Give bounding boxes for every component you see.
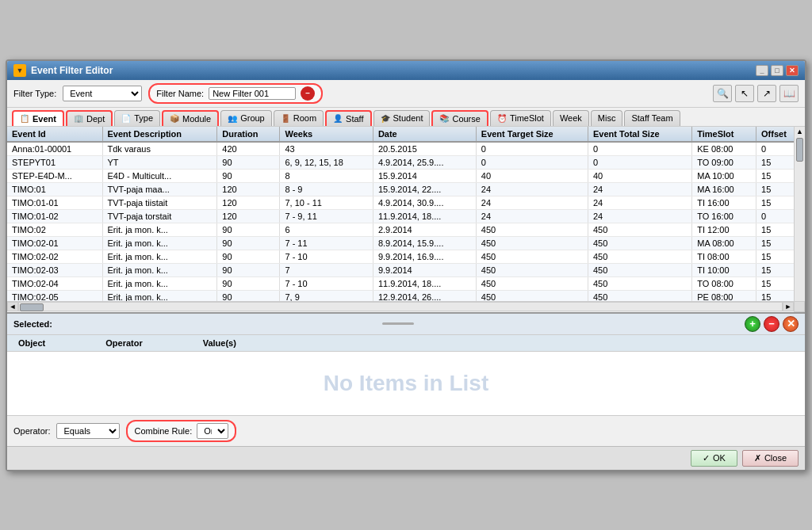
close-selected-button[interactable]: ✕ bbox=[783, 316, 799, 332]
table-row[interactable]: STEPYT01YT906, 9, 12, 15, 184.9.2014, 25… bbox=[7, 155, 805, 169]
col-target-size[interactable]: Event Target Size bbox=[476, 127, 588, 142]
remove-selected-button[interactable]: − bbox=[764, 316, 779, 332]
table-row[interactable]: TIMO:02Erit. ja mon. k...9062.9.20144504… bbox=[7, 223, 805, 236]
tab-staff[interactable]: 👤 Staff bbox=[325, 110, 371, 126]
close-button[interactable]: ✗ Close bbox=[742, 450, 799, 467]
add-filter-button[interactable]: + bbox=[745, 316, 760, 332]
cell-date: 15.9.2014, 22.... bbox=[373, 182, 476, 196]
col-weeks[interactable]: Weeks bbox=[280, 127, 373, 142]
cell-weeks: 43 bbox=[280, 142, 373, 156]
tab-group[interactable]: 👥 Group bbox=[220, 110, 272, 126]
cross-icon: ✗ bbox=[754, 453, 761, 463]
table-row[interactable]: TIMO:01-02TVT-paja torstait1207 - 9, 111… bbox=[7, 209, 805, 223]
selected-header: Selected: + − ✕ bbox=[7, 314, 805, 335]
table-row[interactable]: TIMO:02-03Erit. ja mon. k...9079.9.20144… bbox=[7, 263, 805, 276]
no-items-area: No Items in List bbox=[7, 352, 805, 415]
ok-button[interactable]: ✓ OK bbox=[691, 450, 737, 467]
cell-total_size: 24 bbox=[588, 182, 692, 196]
table-row[interactable]: TIMO:02-01Erit. ja mon. k...907 - 118.9.… bbox=[7, 236, 805, 250]
cell-target_size: 0 bbox=[476, 155, 588, 169]
filter-name-input[interactable] bbox=[209, 87, 296, 100]
cell-duration: 420 bbox=[217, 142, 280, 156]
selected-label: Selected: bbox=[13, 319, 52, 329]
table-row[interactable]: TIMO:02-05Erit. ja mon. k...907, 912.9.2… bbox=[7, 290, 805, 301]
cell-event_desc: E4D - Multicult... bbox=[102, 169, 217, 182]
cell-weeks: 6 bbox=[280, 223, 373, 236]
tab-timeslot[interactable]: ⏰ TimeSlot bbox=[490, 110, 551, 126]
cell-weeks: 7 bbox=[280, 263, 373, 276]
operator-label: Operator: bbox=[13, 426, 50, 436]
tab-event[interactable]: 📋 Event bbox=[12, 110, 64, 126]
filter-type-label: Filter Type: bbox=[13, 89, 56, 98]
table-row[interactable]: Anna:01-00001Tdk varaus4204320.5.201500K… bbox=[7, 142, 805, 156]
filter-type-select[interactable]: EventDeptTypeModuleGroupRoomStaffStudent… bbox=[63, 86, 142, 101]
table-row[interactable]: TIMO:01-01TVT-paja tiistait1207, 10 - 11… bbox=[7, 196, 805, 209]
col-operator-label: Operator bbox=[99, 337, 148, 349]
col-event-id[interactable]: Event Id bbox=[7, 127, 102, 142]
cell-event_id: Anna:01-00001 bbox=[7, 142, 102, 156]
horizontal-scroll-track[interactable] bbox=[18, 302, 783, 311]
cell-event_desc: TVT-paja torstait bbox=[102, 209, 217, 223]
col-event-desc[interactable]: Event Description bbox=[102, 127, 217, 142]
filter-name-label: Filter Name: bbox=[156, 89, 204, 98]
col-total-size[interactable]: Event Total Size bbox=[588, 127, 692, 142]
tab-course[interactable]: 📚 Course bbox=[431, 110, 488, 126]
cell-event_id: TIMO:02-01 bbox=[7, 236, 102, 250]
table-row[interactable]: TIMO:02-04Erit. ja mon. k...907 - 1011.9… bbox=[7, 276, 805, 290]
checkmark-icon: ✓ bbox=[703, 453, 710, 463]
tab-type[interactable]: 📄 Type bbox=[114, 110, 160, 126]
cursor2-icon-button[interactable]: ↗ bbox=[757, 85, 776, 102]
cell-event_id: TIMO:01 bbox=[7, 182, 102, 196]
col-timeslot[interactable]: TimeSlot bbox=[692, 127, 756, 142]
cell-event_desc: YT bbox=[102, 155, 217, 169]
course-tab-icon: 📚 bbox=[439, 114, 449, 123]
cell-date: 11.9.2014, 18.... bbox=[373, 276, 476, 290]
tab-week[interactable]: Week bbox=[553, 110, 589, 126]
cell-weeks: 8 - 9 bbox=[280, 182, 373, 196]
help-icon-button[interactable]: 📖 bbox=[779, 85, 799, 102]
tab-staffteam[interactable]: Staff Team bbox=[624, 110, 680, 126]
cell-event_desc: Erit. ja mon. k... bbox=[102, 236, 217, 250]
operator-select[interactable]: Equals Not Equals Contains Starts With bbox=[56, 423, 120, 439]
toolbar-row: Filter Type: EventDeptTypeModuleGroupRoo… bbox=[7, 80, 805, 108]
col-date[interactable]: Date bbox=[373, 127, 476, 142]
cell-event_id: TIMO:02 bbox=[7, 223, 102, 236]
cell-duration: 120 bbox=[217, 196, 280, 209]
selected-columns-header: Object Operator Value(s) bbox=[7, 335, 805, 352]
cell-total_size: 0 bbox=[588, 142, 692, 156]
tab-misc[interactable]: Misc bbox=[591, 110, 623, 126]
cell-total_size: 450 bbox=[588, 290, 692, 301]
event-tab-icon: 📋 bbox=[20, 114, 29, 123]
table-row[interactable]: TIMO:01TVT-paja maa...1208 - 915.9.2014,… bbox=[7, 182, 805, 196]
restore-button[interactable]: □ bbox=[771, 65, 783, 76]
remove-filter-button[interactable]: − bbox=[301, 86, 315, 101]
module-tab-icon: 📦 bbox=[170, 114, 179, 123]
scroll-thumb[interactable] bbox=[796, 138, 803, 162]
events-table: Event Id Event Description Duration Week… bbox=[7, 127, 805, 301]
tab-student-label: Student bbox=[393, 113, 423, 123]
combine-rule-select[interactable]: Or And bbox=[197, 423, 228, 439]
vertical-scrollbar[interactable]: ▲ bbox=[794, 127, 805, 301]
tab-student[interactable]: 🎓 Student bbox=[373, 110, 431, 126]
cursor-icon-button[interactable]: ↖ bbox=[735, 85, 754, 102]
cell-date: 9.9.2014, 16.9.... bbox=[373, 250, 476, 263]
window-title: Event Filter Editor bbox=[31, 65, 113, 76]
close-window-button[interactable]: ✕ bbox=[786, 65, 799, 76]
cell-timeslot: MA 16:00 bbox=[692, 182, 756, 196]
student-tab-icon: 🎓 bbox=[381, 114, 390, 123]
ok-label: OK bbox=[713, 453, 726, 463]
tab-module[interactable]: 📦 Module bbox=[162, 110, 219, 126]
table-row[interactable]: TIMO:02-02Erit. ja mon. k...907 - 109.9.… bbox=[7, 250, 805, 263]
col-duration[interactable]: Duration bbox=[217, 127, 280, 142]
table-row[interactable]: STEP-E4D-M...E4D - Multicult...90815.9.2… bbox=[7, 169, 805, 182]
cell-target_size: 450 bbox=[476, 263, 588, 276]
tab-room[interactable]: 🚪 Room bbox=[274, 110, 324, 126]
cell-weeks: 7 - 9, 11 bbox=[280, 209, 373, 223]
close-label: Close bbox=[764, 453, 787, 463]
tab-dept[interactable]: 🏢 Dept bbox=[66, 110, 113, 126]
scroll-wrapper: Event Id Event Description Duration Week… bbox=[7, 127, 805, 301]
cell-total_size: 40 bbox=[588, 169, 692, 182]
title-bar-controls: _ □ ✕ bbox=[756, 65, 799, 76]
search-icon-button[interactable]: 🔍 bbox=[713, 85, 732, 102]
minimize-button[interactable]: _ bbox=[756, 65, 768, 76]
